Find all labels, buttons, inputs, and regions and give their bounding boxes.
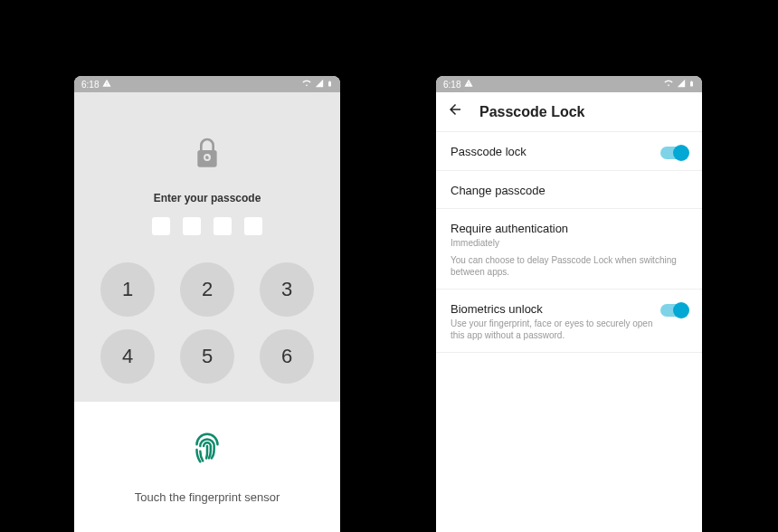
signal-icon [315, 79, 324, 90]
signal-icon [677, 79, 686, 90]
status-time: 6:18 [81, 80, 99, 90]
passcode-boxes [152, 217, 262, 235]
key-4[interactable]: 4 [100, 329, 155, 384]
fingerprint-icon[interactable] [186, 427, 228, 472]
appbar: Passcode Lock [436, 92, 702, 132]
key-2[interactable]: 2 [180, 262, 234, 317]
settings-list: Passcode lock Change passcode Require au… [436, 132, 702, 353]
page-title: Passcode Lock [479, 104, 585, 120]
setting-title: Require authentication [451, 222, 680, 235]
key-6[interactable]: 6 [260, 329, 314, 384]
keypad: 1 2 3 4 5 6 [100, 262, 314, 384]
passcode-digit-2 [183, 217, 201, 235]
battery-icon [327, 79, 333, 90]
toggle-biometrics[interactable] [660, 304, 688, 317]
status-bar: 6:18 [74, 76, 340, 92]
back-arrow-icon[interactable] [447, 101, 463, 122]
key-1[interactable]: 1 [100, 262, 155, 317]
setting-title: Passcode lock [451, 145, 653, 158]
key-5[interactable]: 5 [180, 329, 234, 384]
passcode-prompt: Enter your passcode [154, 192, 261, 204]
svg-rect-0 [197, 150, 216, 167]
phone-passcode: 6:18 Enter your passco [74, 76, 340, 532]
warning-icon [464, 79, 473, 90]
passcode-digit-3 [213, 217, 232, 235]
setting-description: You can choose to delay Passcode Lock wh… [451, 254, 680, 278]
passcode-digit-1 [152, 217, 170, 235]
passcode-screen: Enter your passcode 1 2 3 4 5 6 [74, 92, 340, 402]
phone-settings: 6:18 Passcode Lock Passcode lock [436, 76, 702, 532]
setting-subtitle: Immediately [451, 237, 680, 249]
wifi-icon [301, 79, 312, 90]
warning-icon [102, 79, 111, 90]
toggle-passcode-lock[interactable] [660, 147, 688, 159]
setting-change-passcode[interactable]: Change passcode [436, 171, 702, 209]
key-3[interactable]: 3 [260, 262, 314, 317]
status-bar: 6:18 [436, 76, 702, 92]
fingerprint-prompt: Touch the fingerprint sensor [135, 490, 280, 504]
setting-title: Change passcode [451, 184, 680, 197]
wifi-icon [663, 79, 674, 90]
passcode-digit-4 [244, 217, 262, 235]
fingerprint-panel: Touch the fingerprint sensor [74, 402, 340, 532]
setting-require-authentication[interactable]: Require authentication Immediately You c… [436, 209, 702, 290]
battery-icon [688, 79, 695, 90]
setting-biometrics-unlock[interactable]: Biometrics unlock Use your fingerprint, … [436, 290, 702, 353]
setting-passcode-lock[interactable]: Passcode lock [436, 132, 702, 171]
lock-icon [192, 136, 223, 176]
status-time: 6:18 [443, 80, 460, 90]
setting-title: Biometrics unlock [451, 302, 653, 316]
setting-description: Use your fingerprint, face or eyes to se… [451, 318, 653, 341]
